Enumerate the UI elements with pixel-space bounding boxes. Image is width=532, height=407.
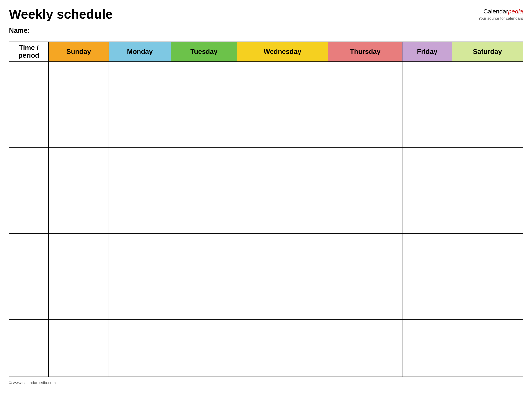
schedule-cell[interactable] xyxy=(452,148,523,176)
time-period-header: Time / period xyxy=(9,42,48,62)
footer: © www.calendarpedia.com xyxy=(9,381,523,385)
schedule-cell[interactable] xyxy=(402,148,452,176)
schedule-cell[interactable] xyxy=(109,62,171,90)
schedule-cell[interactable] xyxy=(171,233,237,262)
schedule-cell[interactable] xyxy=(402,291,452,319)
time-cell[interactable] xyxy=(9,205,48,233)
schedule-cell[interactable] xyxy=(402,62,452,90)
schedule-cell[interactable] xyxy=(171,319,237,348)
schedule-cell[interactable] xyxy=(109,205,171,233)
table-row xyxy=(9,62,523,90)
time-cell[interactable] xyxy=(9,233,48,262)
schedule-cell[interactable] xyxy=(171,348,237,377)
schedule-cell[interactable] xyxy=(237,205,328,233)
schedule-cell[interactable] xyxy=(452,119,523,148)
schedule-cell[interactable] xyxy=(109,319,171,348)
schedule-cell[interactable] xyxy=(237,262,328,291)
schedule-cell[interactable] xyxy=(48,176,109,205)
schedule-cell[interactable] xyxy=(48,90,109,119)
time-cell[interactable] xyxy=(9,291,48,319)
schedule-cell[interactable] xyxy=(48,319,109,348)
schedule-cell[interactable] xyxy=(48,119,109,148)
schedule-cell[interactable] xyxy=(237,348,328,377)
schedule-cell[interactable] xyxy=(452,291,523,319)
time-cell[interactable] xyxy=(9,319,48,348)
schedule-cell[interactable] xyxy=(171,148,237,176)
schedule-cell[interactable] xyxy=(402,205,452,233)
schedule-cell[interactable] xyxy=(402,348,452,377)
table-header-row: Time / period Sunday Monday Tuesday Wedn… xyxy=(9,42,523,62)
thursday-header: Thursday xyxy=(328,42,402,62)
schedule-cell[interactable] xyxy=(237,319,328,348)
logo-subtitle: Your source for calendars xyxy=(478,16,523,21)
schedule-cell[interactable] xyxy=(402,119,452,148)
schedule-cell[interactable] xyxy=(328,319,402,348)
time-cell[interactable] xyxy=(9,119,48,148)
schedule-cell[interactable] xyxy=(237,176,328,205)
schedule-cell[interactable] xyxy=(48,291,109,319)
logo-area: Calendarpedia Your source for calendars xyxy=(478,7,523,21)
schedule-cell[interactable] xyxy=(48,205,109,233)
schedule-cell[interactable] xyxy=(452,205,523,233)
schedule-cell[interactable] xyxy=(328,291,402,319)
schedule-cell[interactable] xyxy=(328,62,402,90)
table-row xyxy=(9,176,523,205)
schedule-cell[interactable] xyxy=(48,148,109,176)
schedule-cell[interactable] xyxy=(328,348,402,377)
schedule-cell[interactable] xyxy=(402,319,452,348)
schedule-cell[interactable] xyxy=(109,233,171,262)
schedule-cell[interactable] xyxy=(402,90,452,119)
schedule-cell[interactable] xyxy=(109,262,171,291)
schedule-cell[interactable] xyxy=(171,119,237,148)
schedule-cell[interactable] xyxy=(328,176,402,205)
time-cell[interactable] xyxy=(9,62,48,90)
schedule-cell[interactable] xyxy=(48,348,109,377)
time-cell[interactable] xyxy=(9,262,48,291)
schedule-cell[interactable] xyxy=(452,233,523,262)
schedule-cell[interactable] xyxy=(328,90,402,119)
schedule-cell[interactable] xyxy=(109,291,171,319)
schedule-cell[interactable] xyxy=(452,62,523,90)
schedule-cell[interactable] xyxy=(328,233,402,262)
schedule-cell[interactable] xyxy=(328,205,402,233)
time-cell[interactable] xyxy=(9,176,48,205)
page-title: Weekly schedule xyxy=(9,7,113,21)
schedule-cell[interactable] xyxy=(237,233,328,262)
schedule-cell[interactable] xyxy=(237,291,328,319)
schedule-cell[interactable] xyxy=(109,148,171,176)
table-row xyxy=(9,348,523,377)
schedule-cell[interactable] xyxy=(109,176,171,205)
schedule-cell[interactable] xyxy=(452,319,523,348)
schedule-cell[interactable] xyxy=(328,119,402,148)
time-cell[interactable] xyxy=(9,90,48,119)
schedule-cell[interactable] xyxy=(452,348,523,377)
schedule-cell[interactable] xyxy=(402,176,452,205)
schedule-cell[interactable] xyxy=(328,262,402,291)
schedule-cell[interactable] xyxy=(109,90,171,119)
schedule-cell[interactable] xyxy=(452,176,523,205)
schedule-cell[interactable] xyxy=(402,262,452,291)
table-row xyxy=(9,205,523,233)
schedule-cell[interactable] xyxy=(171,262,237,291)
schedule-cell[interactable] xyxy=(452,262,523,291)
schedule-cell[interactable] xyxy=(171,291,237,319)
schedule-cell[interactable] xyxy=(452,90,523,119)
schedule-cell[interactable] xyxy=(171,205,237,233)
schedule-cell[interactable] xyxy=(237,119,328,148)
friday-header: Friday xyxy=(402,42,452,62)
schedule-cell[interactable] xyxy=(171,62,237,90)
time-cell[interactable] xyxy=(9,348,48,377)
schedule-cell[interactable] xyxy=(48,262,109,291)
schedule-cell[interactable] xyxy=(48,62,109,90)
schedule-cell[interactable] xyxy=(237,148,328,176)
schedule-cell[interactable] xyxy=(48,233,109,262)
time-cell[interactable] xyxy=(9,148,48,176)
schedule-cell[interactable] xyxy=(237,62,328,90)
schedule-cell[interactable] xyxy=(171,90,237,119)
schedule-cell[interactable] xyxy=(328,148,402,176)
schedule-cell[interactable] xyxy=(171,176,237,205)
schedule-cell[interactable] xyxy=(109,119,171,148)
schedule-cell[interactable] xyxy=(109,348,171,377)
schedule-cell[interactable] xyxy=(237,90,328,119)
schedule-cell[interactable] xyxy=(402,233,452,262)
